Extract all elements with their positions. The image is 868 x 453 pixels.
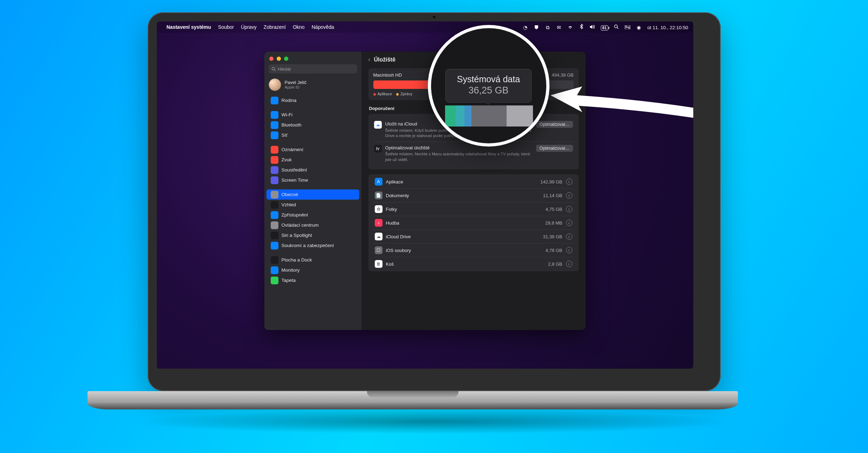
storage-category-row[interactable]: 🗑Koš2,8 GBi — [373, 257, 574, 271]
disk-total: 494,38 GB — [552, 72, 573, 78]
minimize-button[interactable] — [277, 57, 281, 61]
sidebar-item[interactable]: Bluetooth — [266, 120, 359, 130]
sidebar-item[interactable]: Zpřístupnění — [266, 210, 359, 220]
category-label: iCloud Drive — [386, 234, 540, 239]
sidebar-item[interactable]: Rodina — [266, 95, 359, 105]
info-icon[interactable]: i — [566, 233, 572, 240]
sidebar-item[interactable]: Screen Time — [266, 175, 359, 185]
info-icon[interactable]: i — [566, 179, 572, 185]
sidebar-item[interactable]: Oznámení — [266, 144, 359, 155]
settings-sidebar: Hledat Pavel Jelič Apple ID RodinaWi-FiB… — [264, 52, 361, 330]
category-icon: ✿ — [375, 205, 382, 213]
menubar-app-name[interactable]: Nastavení systému — [167, 24, 211, 30]
optimize-button[interactable]: Optimalizovat… — [536, 121, 573, 128]
storage-category-row[interactable]: ☁iCloud Drive31,38 GBi — [373, 229, 574, 243]
family-icon — [271, 97, 278, 104]
menubar-extra-icon[interactable]: ✉ — [556, 25, 562, 30]
category-label: Fotky — [386, 207, 542, 212]
svg-point-0 — [615, 25, 617, 28]
sidebar-item-label: Oznámení — [282, 147, 303, 152]
sidebar-user[interactable]: Pavel Jelič Apple ID — [264, 77, 361, 95]
menubar-extra-icon[interactable]: ⧉ — [545, 25, 551, 30]
menubar-wifi-icon[interactable] — [567, 24, 573, 30]
sidebar-item-label: Soukromí a zabezpečení — [282, 243, 334, 248]
sidebar-item-label: Bluetooth — [282, 122, 302, 128]
search-input[interactable]: Hledat — [269, 64, 357, 73]
sidebar-item[interactable]: Obecné — [266, 189, 359, 200]
sidebar-item[interactable]: Monitory — [266, 265, 359, 275]
menubar-item[interactable]: Nápověda — [311, 24, 334, 30]
sidebar-item[interactable]: Síť — [266, 130, 359, 140]
back-button[interactable]: ‹ — [368, 56, 371, 63]
svg-rect-4 — [625, 27, 630, 29]
sidebar-item-label: Siri a Spotlight — [282, 233, 312, 238]
tv-icon: tv — [374, 145, 382, 153]
category-size: 2,8 GB — [548, 261, 562, 267]
menubar-siri-icon[interactable]: ◉ — [636, 25, 642, 30]
menubar-extra-icon[interactable]: ◔ — [522, 25, 528, 30]
sidebar-item[interactable]: Zvuk — [266, 155, 359, 165]
optimize-button[interactable]: Optimalizovat… — [536, 145, 573, 152]
menubar-item[interactable]: Úpravy — [241, 24, 257, 30]
cc-icon — [271, 221, 278, 229]
svg-point-5 — [629, 28, 629, 28]
menubar-spotlight-icon[interactable] — [613, 24, 619, 30]
info-icon[interactable]: i — [566, 192, 572, 199]
svg-line-1 — [617, 27, 619, 29]
menubar: Nastavení systému Soubor Úpravy Zobrazen… — [157, 21, 693, 33]
storage-categories-panel: AAplikace142,99 GBi📄Dokumenty11,14 GBi✿F… — [368, 174, 579, 271]
category-icon: 📄 — [375, 192, 382, 199]
disk-name: Macintosh HD — [373, 72, 402, 78]
search-placeholder: Hledat — [278, 66, 291, 72]
storage-category-row[interactable]: 📄Dokumenty11,14 GBi — [373, 188, 574, 202]
info-icon[interactable]: i — [566, 261, 572, 267]
magnified-storage-bar — [445, 105, 533, 127]
zoom-button[interactable] — [284, 57, 288, 61]
storage-category-row[interactable]: ✿Fotky4,75 GBi — [373, 202, 574, 216]
category-label: Koš — [386, 261, 545, 267]
sidebar-item[interactable]: Soukromí a zabezpečení — [266, 240, 359, 251]
laptop-base — [88, 391, 738, 409]
recommendation-row: tvOptimalizovat úložištěŠetřete místem. … — [373, 142, 574, 166]
tooltip-title: Systémová data — [457, 74, 520, 84]
category-size: 142,99 GB — [540, 179, 562, 185]
sidebar-item[interactable]: Wi-Fi — [266, 110, 359, 120]
webcam-icon — [432, 15, 436, 19]
sidebar-list: RodinaWi-FiBluetoothSíťOznámeníZvukSoust… — [264, 95, 361, 330]
storage-category-row[interactable]: ♪Hudba29,8 MBi — [373, 216, 574, 229]
close-button[interactable] — [269, 57, 274, 61]
sidebar-item[interactable]: Soustředění — [266, 165, 359, 175]
sidebar-item-label: Ovládací centrum — [282, 222, 319, 228]
storage-tooltip: Systémová data 36,25 GB — [445, 69, 532, 103]
sidebar-item[interactable]: Vzhled — [266, 200, 359, 210]
category-icon: 🗑 — [375, 260, 382, 268]
menubar-item[interactable]: Okno — [293, 24, 304, 30]
storage-category-row[interactable]: AAplikace142,99 GBi — [373, 175, 574, 188]
info-icon[interactable]: i — [566, 206, 572, 212]
menubar-control-center-icon[interactable] — [625, 24, 630, 30]
menubar-item[interactable]: Zobrazení — [264, 24, 286, 30]
sidebar-item[interactable]: Plocha a Dock — [266, 255, 359, 265]
info-icon[interactable]: i — [566, 247, 572, 253]
sidebar-item[interactable]: Ovládací centrum — [266, 220, 359, 230]
menubar-bluetooth-icon[interactable] — [579, 24, 584, 29]
menubar-right: ◔ ⛊ ⧉ ✉ 81 — [518, 24, 688, 31]
sidebar-item-label: Síť — [282, 132, 288, 138]
user-subtitle: Apple ID — [285, 85, 307, 89]
recommendation-title: Optimalizovat úložiště — [385, 145, 533, 151]
wallpaper-icon — [271, 277, 278, 284]
menubar-item[interactable]: Soubor — [218, 24, 234, 30]
menubar-battery-icon[interactable]: 81 — [601, 25, 608, 31]
cloud-icon: ☁ — [374, 121, 382, 129]
category-size: 11,14 GB — [543, 193, 562, 198]
sidebar-item[interactable]: Tapeta — [266, 275, 359, 285]
storage-category-row[interactable]: ☐iOS soubory4,78 GBi — [373, 243, 574, 257]
sidebar-item-label: Tapeta — [282, 278, 296, 283]
menubar-datetime[interactable]: út 11. 10., 22:10:50 — [647, 25, 688, 30]
siri-icon — [271, 232, 278, 239]
sidebar-item[interactable]: Siri a Spotlight — [266, 230, 359, 240]
menubar-volume-icon[interactable] — [590, 24, 595, 30]
laptop-mockup: Nastavení systému Soubor Úpravy Zobrazen… — [135, 12, 733, 434]
info-icon[interactable]: i — [566, 220, 572, 226]
menubar-shield-icon[interactable]: ⛊ — [534, 25, 539, 30]
